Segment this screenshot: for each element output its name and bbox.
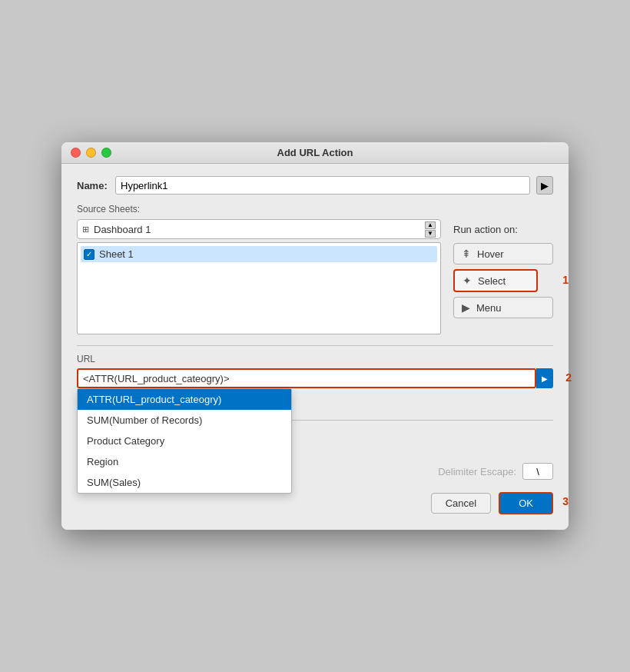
ok-button[interactable]: OK xyxy=(499,492,553,514)
name-arrow-button[interactable]: ▶ xyxy=(536,176,553,195)
dashboard-dropdown[interactable]: ⊞ Dashboard 1 ▲ ▼ xyxy=(77,219,441,239)
hover-button[interactable]: ⇞ Hover xyxy=(453,243,553,264)
select-btn-wrapper: ✦ Select 1 xyxy=(453,269,553,292)
delimiter-label: Delimiter Escape: xyxy=(438,466,516,477)
main-row: ⊞ Dashboard 1 ▲ ▼ Sheet 1 xyxy=(77,219,553,334)
url-input[interactable] xyxy=(77,368,536,388)
annotation-3: 3 xyxy=(562,495,569,507)
url-input-row: ▶ 2 ATTR(URL_product_cateogry) SUM(Numbe… xyxy=(77,368,553,388)
source-sheets-label: Source Sheets: xyxy=(77,204,553,215)
spinner-up[interactable]: ▲ xyxy=(425,221,436,229)
spinner-down[interactable]: ▼ xyxy=(425,230,436,238)
spinner-buttons: ▲ ▼ xyxy=(425,221,436,238)
ok-btn-wrapper: OK 3 xyxy=(499,492,553,514)
menu-label: Menu xyxy=(476,302,502,314)
cancel-button[interactable]: Cancel xyxy=(431,493,491,514)
dropdown-item-0[interactable]: ATTR(URL_product_cateogry) xyxy=(78,389,291,410)
left-panel: ⊞ Dashboard 1 ▲ ▼ Sheet 1 xyxy=(77,219,441,334)
annotation-1: 1 xyxy=(562,274,569,286)
grid-icon: ⊞ xyxy=(82,225,89,235)
bottom-buttons: Cancel OK 3 xyxy=(77,492,553,514)
hover-icon: ⇞ xyxy=(462,248,471,260)
sheet-item[interactable]: Sheet 1 xyxy=(81,246,437,262)
sheet-checkbox[interactable] xyxy=(84,249,94,260)
window-title: Add URL Action xyxy=(277,147,353,158)
url-label: URL xyxy=(77,354,553,364)
window-content: Name: ▶ Source Sheets: ⊞ Dashboard 1 ▲ ▼ xyxy=(61,164,569,530)
window-controls xyxy=(71,148,111,158)
dropdown-item-1[interactable]: SUM(Number of Records) xyxy=(78,410,291,431)
right-panel: Run action on: ⇞ Hover ✦ Select 1 ▶ Menu xyxy=(453,219,553,334)
dropdown-item-4[interactable]: SUM(Sales) xyxy=(78,472,291,493)
dashboard-text: Dashboard 1 xyxy=(94,224,425,235)
close-button[interactable] xyxy=(71,148,81,158)
delimiter-input[interactable] xyxy=(522,463,553,480)
titlebar: Add URL Action xyxy=(61,142,569,164)
hover-label: Hover xyxy=(477,248,504,260)
minimize-button[interactable] xyxy=(86,148,96,158)
dialog-window: Add URL Action Name: ▶ Source Sheets: ⊞ … xyxy=(61,142,569,530)
name-row: Name: ▶ xyxy=(77,176,553,195)
dropdown-item-3[interactable]: Region xyxy=(78,451,291,472)
menu-button[interactable]: ▶ Menu xyxy=(453,297,553,318)
divider-1 xyxy=(77,345,553,346)
url-dropdown: ATTR(URL_product_cateogry) SUM(Number of… xyxy=(77,388,292,494)
delimiter-row: Delimiter Escape: xyxy=(438,463,553,480)
select-button[interactable]: ✦ Select xyxy=(453,269,538,292)
dropdown-item-2[interactable]: Product Category xyxy=(78,431,291,451)
run-action-label: Run action on: xyxy=(453,224,553,235)
menu-icon: ▶ xyxy=(462,301,470,314)
dashboard-dropdown-inner: ⊞ Dashboard 1 xyxy=(82,224,425,235)
name-input[interactable] xyxy=(115,176,530,195)
name-label: Name: xyxy=(77,180,109,191)
select-label: Select xyxy=(478,275,506,287)
sheets-list: Sheet 1 xyxy=(77,242,441,334)
maximize-button[interactable] xyxy=(101,148,111,158)
url-arrow-button[interactable]: ▶ xyxy=(536,368,553,388)
sheet-name: Sheet 1 xyxy=(99,248,134,260)
annotation-2: 2 xyxy=(565,371,572,384)
select-icon: ✦ xyxy=(463,274,472,287)
url-section: URL ▶ 2 ATTR(URL_product_cateogry) SUM(N… xyxy=(77,354,553,412)
